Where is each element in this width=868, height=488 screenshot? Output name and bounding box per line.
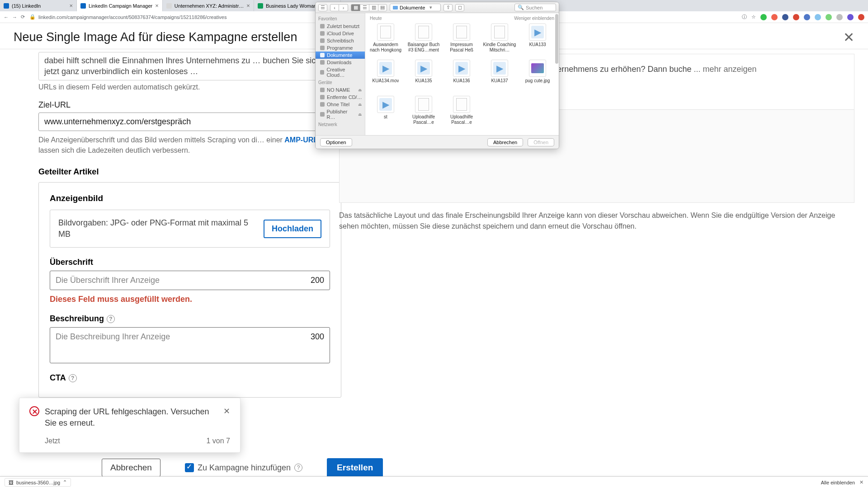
- close-icon[interactable]: ✕: [843, 29, 854, 45]
- column-view-icon[interactable]: ▥: [369, 4, 378, 11]
- scrollbar[interactable]: [555, 14, 558, 64]
- info-icon[interactable]: ⓘ: [742, 14, 747, 20]
- close-icon[interactable]: ×: [246, 2, 250, 9]
- file-thumb-icon: [415, 23, 432, 41]
- upload-button[interactable]: Hochladen: [264, 220, 321, 238]
- close-icon[interactable]: ✕: [223, 406, 230, 416]
- extension-icon[interactable]: [793, 14, 799, 20]
- forward-icon[interactable]: ›: [339, 4, 348, 11]
- sidebar-item[interactable]: Entfernte CD/…: [316, 94, 365, 101]
- help-icon[interactable]: ?: [69, 374, 77, 382]
- extension-icon[interactable]: [771, 14, 778, 20]
- extension-icon[interactable]: [858, 14, 864, 20]
- target-url-label: Ziel-URL: [38, 100, 321, 110]
- open-button[interactable]: Öffnen: [528, 138, 554, 146]
- error-toast: Scraping der URL fehlgeschlagen. Versuch…: [19, 398, 241, 453]
- eject-icon[interactable]: ⏏: [358, 112, 362, 117]
- char-counter: 200: [311, 276, 324, 285]
- file-thumb-icon: [377, 60, 394, 77]
- amp-link[interactable]: AMP-URL: [284, 136, 318, 144]
- file-item[interactable]: Uploadhilfe Pascal…e Version: [406, 94, 441, 129]
- eject-icon[interactable]: ⏏: [358, 102, 362, 107]
- search-icon: 🔍: [518, 5, 524, 10]
- sidebar-item[interactable]: Ohne Titel⏏: [316, 101, 365, 108]
- file-item[interactable]: Kindle Coaching Mitschri…gemeier: [482, 22, 517, 57]
- help-icon[interactable]: ?: [294, 464, 302, 472]
- file-item[interactable]: st: [368, 94, 403, 129]
- extension-icon[interactable]: [760, 14, 767, 20]
- download-item[interactable]: 🖼business-3560…jpg⌃: [5, 478, 71, 487]
- sidebar-item[interactable]: Programme: [316, 44, 365, 52]
- sidebar-item[interactable]: NO NAME⏏: [316, 86, 365, 94]
- file-thumb-icon: [529, 60, 546, 77]
- extension-icon[interactable]: [782, 14, 788, 20]
- browser-tab[interactable]: Unternehmen XYZ: Administr…×: [163, 0, 254, 11]
- forward-icon[interactable]: →: [12, 14, 17, 20]
- view-switcher[interactable]: ▦ ☰ ▥ ▤: [351, 4, 387, 11]
- char-counter: 300: [311, 332, 324, 342]
- help-icon[interactable]: ?: [107, 315, 115, 323]
- add-to-campaign-checkbox[interactable]: Zu Kampagne hinzufügen?: [185, 463, 302, 473]
- cancel-button[interactable]: Abbrechen: [487, 138, 523, 146]
- file-item[interactable]: KUA137: [482, 58, 517, 93]
- share-icon[interactable]: ⇪: [443, 4, 453, 11]
- extension-icon[interactable]: [836, 14, 843, 20]
- sidebar-toggle-icon[interactable]: ☰: [318, 4, 327, 11]
- toast-counter: 1 von 7: [207, 437, 230, 445]
- chevron-up-icon[interactable]: ⌃: [63, 479, 67, 485]
- cta-label: CTA?: [50, 373, 330, 383]
- list-view-icon[interactable]: ☰: [360, 4, 369, 11]
- ad-card: Anzeigenbild Bildvorgaben: JPG- oder PNG…: [38, 182, 341, 398]
- file-item[interactable]: Baisangur Buch #3 ENG…ment EN: [406, 22, 441, 57]
- back-icon[interactable]: ←: [4, 14, 9, 20]
- file-item[interactable]: Impressum Pascal Heß: [444, 22, 479, 57]
- tag-icon[interactable]: ◻: [455, 4, 464, 11]
- show-more-link[interactable]: ... mehr anzeigen: [694, 65, 757, 74]
- gallery-view-icon[interactable]: ▤: [378, 4, 387, 11]
- finder-search[interactable]: 🔍Suchen: [514, 4, 556, 11]
- finder-toolbar: ☰ ‹ › ▦ ☰ ▥ ▤ Dokumente▾ ⇪ ◻ 🔍Suchen: [316, 2, 559, 13]
- file-thumb-icon: [377, 96, 394, 113]
- sidebar-item[interactable]: iCloud Drive: [316, 30, 365, 37]
- sidebar-item[interactable]: Dokumente: [316, 52, 365, 59]
- error-icon: [29, 406, 39, 416]
- browser-tab[interactable]: LinkedIn Campaign Manager×: [77, 0, 163, 11]
- sidebar-item[interactable]: Publisher R…⏏: [316, 108, 365, 121]
- extension-icon[interactable]: [847, 14, 854, 20]
- icon-view-icon[interactable]: ▦: [351, 4, 360, 11]
- target-url-input[interactable]: www.unternehmenxyz.com/erstgespräch: [38, 113, 328, 131]
- file-item[interactable]: KUA133: [520, 22, 555, 57]
- close-icon[interactable]: ✕: [859, 479, 863, 485]
- downloads-bar: 🖼business-3560…jpg⌃ Alle einblenden ✕: [0, 476, 868, 488]
- close-icon[interactable]: ×: [155, 2, 159, 9]
- show-all-downloads[interactable]: Alle einblenden: [821, 480, 855, 485]
- cancel-button[interactable]: Abbrechen: [102, 459, 160, 477]
- extension-icon[interactable]: [804, 14, 810, 20]
- file-item[interactable]: KUA134.mov: [368, 58, 403, 93]
- file-item[interactable]: KUA135: [406, 58, 441, 93]
- headline-input[interactable]: Die Überschrift Ihrer Anzeige 200: [50, 271, 330, 290]
- close-icon[interactable]: ×: [69, 2, 73, 9]
- sidebar-item[interactable]: Creative Cloud…: [316, 66, 365, 79]
- reload-icon[interactable]: ⟳: [21, 14, 25, 20]
- extension-icon[interactable]: [815, 14, 821, 20]
- sidebar-item[interactable]: Schreibtisch: [316, 37, 365, 44]
- file-thumb-icon: [415, 96, 432, 113]
- options-button[interactable]: Optionen: [320, 138, 352, 146]
- sidebar-item[interactable]: Downloads: [316, 59, 365, 66]
- path-dropdown[interactable]: Dokumente▾: [390, 4, 441, 11]
- back-icon[interactable]: ‹: [330, 4, 339, 11]
- intro-text-input[interactable]: dabei hilft schnell die Einnahmen Ihres …: [38, 52, 328, 80]
- sidebar-item[interactable]: Zuletzt benutzt: [316, 23, 365, 30]
- star-icon[interactable]: ☆: [751, 14, 756, 20]
- file-item[interactable]: KUA136: [444, 58, 479, 93]
- file-item[interactable]: pug cute.jpg: [520, 58, 555, 93]
- description-input[interactable]: Die Beschreibung Ihrer Anzeige 300: [50, 327, 330, 363]
- eject-icon[interactable]: ⏏: [358, 88, 362, 92]
- browser-tab[interactable]: (15) LinkedIn×: [0, 0, 77, 11]
- file-item[interactable]: Uploadhilfe Pascal…e Version: [444, 94, 479, 129]
- create-button[interactable]: Erstellen: [327, 458, 383, 477]
- extension-icon[interactable]: [826, 14, 832, 20]
- show-less-link[interactable]: Weniger einblenden: [514, 16, 554, 21]
- file-item[interactable]: Auswandern nach Hongkong: [368, 22, 403, 57]
